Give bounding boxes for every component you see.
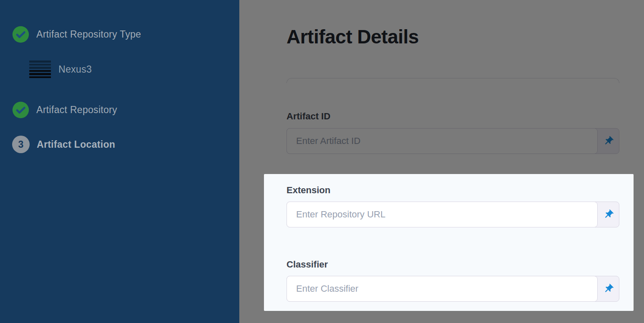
classifier-input[interactable] [287,276,598,302]
step-complete-check-icon [12,101,29,119]
step-label: Artifact Repository [36,104,117,116]
highlighted-section: Extension Classifier [264,174,634,311]
wizard-sidebar: Artifact Repository Type Nexus3 Artifact… [0,0,239,323]
wizard-step-artifact-location[interactable]: 3 Artifact Location [0,136,239,153]
pushpin-icon [601,207,616,222]
classifier-label: Classifier [287,260,619,269]
extension-label: Extension [287,186,619,195]
step-label: Nexus3 [58,64,92,75]
extension-input[interactable] [287,202,598,227]
step-number-badge: 3 [12,136,30,153]
pin-button[interactable] [598,276,619,301]
wizard-substep-nexus3[interactable]: Nexus3 [0,61,239,78]
field-classifier: Classifier [287,260,619,302]
step-complete-check-icon [12,26,29,43]
wizard-step-artifact-repository-type[interactable]: Artifact Repository Type [0,26,239,43]
step-label: Artifact Location [37,139,115,150]
wizard-step-artifact-repository[interactable]: Artifact Repository [0,101,239,119]
classifier-input-group [287,276,619,302]
pushpin-icon [601,281,616,297]
pin-button[interactable] [598,202,619,227]
extension-input-group [287,202,619,227]
nexus3-icon [29,61,51,78]
step-label: Artifact Repository Type [36,29,141,40]
field-extension: Extension [287,186,619,227]
artifact-wizard-window: Artifact Repository Type Nexus3 Artifact… [0,0,644,323]
